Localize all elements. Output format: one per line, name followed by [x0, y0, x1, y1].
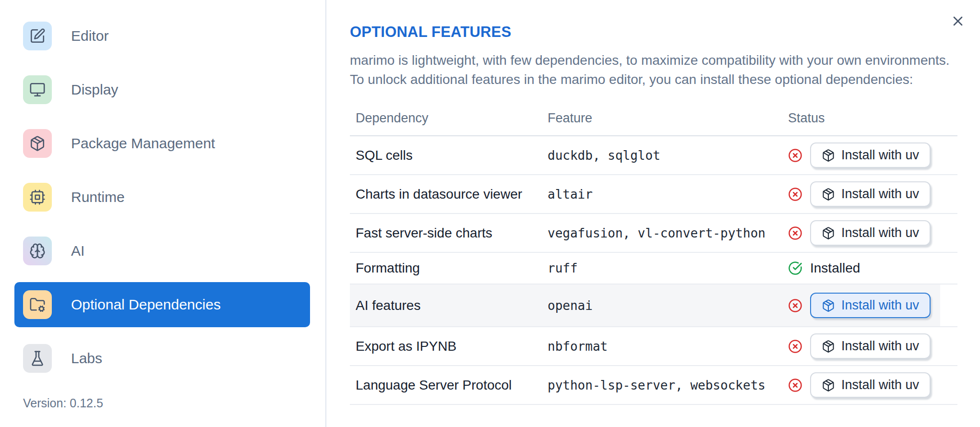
sidebar-item-optional-dependencies[interactable]: Optional Dependencies: [14, 282, 310, 327]
status-cell: Installed: [782, 253, 957, 284]
feature-cell: vegafusion, vl-convert-python: [542, 220, 782, 247]
package-icon: [822, 149, 835, 162]
install-with-uv-button[interactable]: Install with uv: [810, 142, 931, 168]
monitor-icon: [23, 75, 52, 104]
dependency-cell: AI features: [350, 290, 542, 321]
table-row: Language Server Protocol python-lsp-serv…: [350, 366, 957, 405]
installed-label: Installed: [810, 259, 860, 277]
status-cell: Install with uv: [782, 175, 957, 213]
table-row: Formatting ruff Installed: [350, 253, 957, 285]
package-icon: [822, 226, 835, 240]
dependency-cell: Fast server-side charts: [350, 219, 542, 247]
circle-x-icon: [788, 378, 802, 392]
dependency-cell: Charts in datasource viewer: [350, 180, 542, 208]
panel-description: marimo is lightweight, with few dependen…: [350, 51, 957, 89]
table-row: Charts in datasource viewer altair Insta…: [350, 175, 957, 214]
brain-icon: [23, 237, 52, 265]
feature-cell: altair: [542, 181, 782, 208]
sidebar-item-ai[interactable]: AI: [14, 228, 310, 273]
description-line: To unlock additional features in the mar…: [350, 72, 913, 87]
package-icon: [822, 299, 835, 312]
install-with-uv-button[interactable]: Install with uv: [810, 181, 931, 207]
description-line: marimo is lightweight, with few dependen…: [350, 53, 950, 68]
column-header-status: Status: [782, 111, 957, 126]
sidebar-item-labs[interactable]: Labs: [14, 336, 310, 381]
sidebar-nav: Editor Display Package Management Runtim…: [0, 0, 325, 381]
package-icon: [822, 188, 835, 201]
circle-x-icon: [788, 298, 802, 313]
install-with-uv-button[interactable]: Install with uv: [810, 372, 931, 398]
dependency-cell: Formatting: [350, 254, 542, 282]
dependency-cell: SQL cells: [350, 142, 542, 169]
status-cell: Install with uv: [782, 327, 957, 365]
flask-icon: [23, 344, 52, 373]
circle-x-icon: [788, 339, 802, 354]
sidebar-item-display[interactable]: Display: [14, 67, 310, 112]
table-header: Dependency Feature Status: [350, 101, 957, 136]
install-with-uv-button[interactable]: Install with uv: [810, 293, 931, 318]
feature-cell: python-lsp-server, websockets: [542, 372, 782, 399]
page-title: OPTIONAL FEATURES: [350, 24, 957, 40]
table-row: Export as IPYNB nbformat Install with uv: [350, 327, 957, 366]
close-button[interactable]: [949, 12, 967, 30]
feature-cell: ruff: [542, 255, 782, 282]
status-cell: Install with uv: [782, 366, 957, 404]
column-header-feature: Feature: [542, 111, 782, 126]
status-cell: Install with uv: [782, 136, 957, 174]
package-icon: [23, 129, 52, 158]
sidebar-item-package-management[interactable]: Package Management: [14, 121, 310, 166]
sidebar-item-runtime[interactable]: Runtime: [14, 175, 310, 220]
feature-cell: duckdb, sqlglot: [542, 142, 782, 169]
sidebar-item-editor[interactable]: Editor: [14, 13, 310, 59]
dependency-cell: Export as IPYNB: [350, 332, 542, 360]
column-header-dependency: Dependency: [350, 111, 542, 126]
circle-x-icon: [788, 148, 802, 163]
circle-x-icon: [788, 226, 802, 240]
feature-cell: openai: [542, 290, 782, 321]
install-with-uv-button[interactable]: Install with uv: [810, 333, 931, 359]
table-row: AI features openai Install with uv: [350, 285, 957, 327]
table-row: Fast server-side charts vegafusion, vl-c…: [350, 214, 957, 253]
circle-x-icon: [788, 187, 802, 202]
circle-check-icon: [788, 261, 802, 275]
folder-cog-icon: [23, 290, 52, 319]
feature-cell: nbformat: [542, 333, 782, 360]
square-pen-icon: [23, 22, 52, 50]
version-label: Version: 0.12.5: [23, 396, 103, 410]
x-icon: [949, 13, 967, 29]
status-cell: Install with uv: [782, 285, 957, 326]
table-row: SQL cells duckdb, sqlglot Install with u…: [350, 136, 957, 175]
package-icon: [822, 379, 835, 392]
cpu-icon: [23, 183, 52, 212]
package-icon: [822, 340, 835, 353]
dependency-cell: Language Server Protocol: [350, 371, 542, 399]
status-cell: Install with uv: [782, 214, 957, 252]
settings-sidebar: Editor Display Package Management Runtim…: [0, 0, 326, 427]
table-body: SQL cells duckdb, sqlglot Install with u…: [350, 136, 957, 405]
optional-features-panel: OPTIONAL FEATURES marimo is lightweight,…: [327, 0, 980, 427]
dependencies-table: Dependency Feature Status SQL cells duck…: [350, 101, 957, 405]
install-with-uv-button[interactable]: Install with uv: [810, 220, 931, 246]
